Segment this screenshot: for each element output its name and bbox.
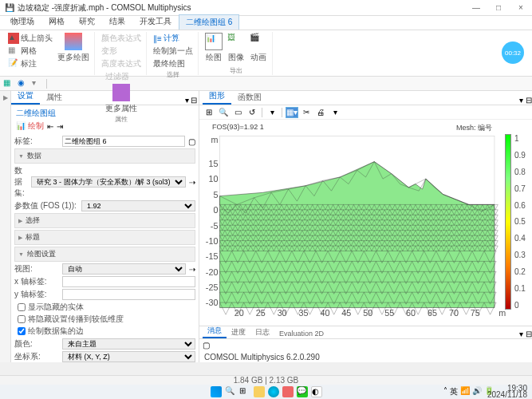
sec-title[interactable]: 标题 [14, 230, 195, 245]
explorer-icon[interactable] [254, 386, 265, 397]
plot-prev-icon[interactable]: ⇤ [47, 122, 53, 131]
tray-wifi-icon[interactable]: 📶 [460, 386, 470, 397]
msg-clear-icon[interactable]: ▢ [203, 341, 210, 350]
view-select[interactable]: 自动 [62, 263, 186, 275]
rb-mesh[interactable]: ▦网格 [6, 45, 54, 57]
save-icon[interactable]: 💾 [5, 3, 14, 12]
tab-results[interactable]: 结果 [102, 14, 132, 30]
tray-lang-icon[interactable]: 英 [450, 386, 458, 397]
panel-menu-icon[interactable]: ▾ [185, 96, 189, 105]
rb-arrow[interactable]: ▲线上箭头 [6, 32, 54, 45]
rb-plot[interactable]: 📊绘图 [203, 32, 224, 64]
rb-firstpt[interactable]: 绘制第一点 [152, 45, 195, 57]
tab-mesh[interactable]: 网格 [41, 14, 72, 30]
settings-tab[interactable]: 设置 [11, 89, 40, 105]
plot-button[interactable]: 📊 绘制 [16, 120, 44, 132]
rb-deform: 变形 [100, 45, 143, 57]
svg-text:-30: -30 [206, 298, 219, 307]
rb-anim[interactable]: 🎬动画 [248, 32, 269, 64]
quick-toolbar: ▦ ◉ ▾ [0, 77, 532, 91]
svg-text:75: 75 [471, 308, 480, 318]
minimize-button[interactable]: — [465, 0, 487, 16]
log-tab[interactable]: 日志 [250, 326, 274, 338]
model-tree-collapsed[interactable]: ▶ [0, 91, 11, 362]
svg-text:70: 70 [449, 308, 459, 318]
taskview-icon[interactable]: ⊞ [239, 386, 250, 397]
rb-annot[interactable]: 📝标注 [6, 57, 54, 70]
search-icon[interactable]: 🔍 [225, 386, 236, 397]
tab-plotgroup[interactable]: 二维绘图组 6 [179, 14, 239, 30]
view-mode-icon[interactable]: ▦▾ [286, 107, 298, 118]
svg-text:65: 65 [428, 308, 437, 318]
wechat-icon[interactable]: 💬 [297, 386, 308, 397]
goto-icon[interactable]: ⇢ [189, 178, 195, 187]
svg-text:60: 60 [406, 308, 416, 318]
label-edit-icon[interactable]: ▢ [188, 137, 195, 146]
svg-text:45: 45 [341, 308, 351, 318]
clock[interactable]: 19:302024/11/18 [487, 385, 527, 398]
select-icon[interactable]: ▾ [266, 107, 278, 118]
print-icon[interactable]: 🖨 [314, 107, 327, 118]
comsol-icon[interactable]: ◐ [311, 386, 322, 397]
svg-text:40: 40 [320, 308, 329, 318]
rb-image[interactable]: 🖼图像 [226, 32, 246, 64]
qb-mesh-icon[interactable]: ▦ [3, 78, 14, 89]
chk-hidden[interactable] [18, 303, 26, 311]
rb-moreattr[interactable]: 更多属性 [104, 83, 139, 115]
plot-next-icon[interactable]: ⇥ [57, 122, 63, 131]
svg-text:15: 15 [208, 159, 218, 168]
svg-text:5: 5 [213, 190, 218, 200]
settings-panel: 设置 属性 ▾⊟ 二维绘图组 📊 绘制 ⇤ ⇥ 标签:▢ 数据 数据集:研究 3… [11, 91, 199, 362]
tab-dev[interactable]: 开发工具 [132, 14, 179, 30]
rb-finalplot[interactable]: 最终绘图 [152, 57, 195, 70]
zoom-box-icon[interactable]: ▭ [231, 107, 244, 118]
rb-moreplot[interactable]: 更多绘图 [56, 32, 91, 70]
graphics-tab[interactable]: 图形 [203, 89, 231, 105]
timer-badge: 00:32 [502, 41, 524, 64]
label-input[interactable] [62, 136, 185, 147]
clip-icon[interactable]: ✂ [300, 107, 313, 118]
eval2d-tab[interactable]: Evaluation 2D [274, 329, 329, 338]
properties-tab[interactable]: 属性 [40, 90, 69, 105]
tab-physics[interactable]: 物理场 [3, 14, 41, 30]
start-icon[interactable] [211, 386, 222, 397]
ylabel-input[interactable] [62, 289, 195, 300]
more-icon[interactable]: ▾ [329, 107, 341, 118]
rb-filter: 过滤器 [104, 70, 139, 83]
maximize-button[interactable]: □ [487, 0, 510, 16]
zoom-extent-icon[interactable]: ⊞ [203, 107, 215, 118]
app-icon[interactable] [282, 386, 294, 397]
colorbar: 10.90.80.70.60.50.40.30.20.10 [505, 134, 526, 310]
zoom-in-icon[interactable]: 🔍 [217, 107, 230, 118]
tree-icon[interactable]: ▶ [3, 94, 8, 101]
tab-study[interactable]: 研究 [72, 14, 102, 30]
sec-plotset[interactable]: 绘图设置 [14, 247, 195, 262]
progress-tab[interactable]: 进度 [227, 326, 250, 338]
chk-propagate[interactable] [18, 315, 26, 323]
qb-mat-icon[interactable]: ◉ [18, 78, 29, 89]
tray-up-icon[interactable]: ˄ [443, 386, 447, 397]
edge-icon[interactable] [268, 386, 279, 397]
frame-select[interactable]: 材料 (X, Y, Z) [62, 351, 195, 362]
sec-data[interactable]: 数据 [14, 148, 195, 164]
reset-icon[interactable]: ↺ [246, 107, 258, 118]
tray-vol-icon[interactable]: 🔊 [472, 386, 482, 397]
msg-menu-icon[interactable]: ▾ ⊟ [519, 330, 532, 338]
chk-edges[interactable] [18, 327, 26, 335]
sec-select[interactable]: 选择 [14, 213, 195, 228]
svg-text:55: 55 [384, 308, 394, 318]
msg-tab[interactable]: 消息 [203, 325, 227, 338]
rb-compute[interactable]: ∥≡ 计算 [152, 32, 195, 45]
goto-icon2[interactable]: ⇢ [189, 265, 195, 274]
rb-colorexpr: 颜色表达式 [100, 32, 143, 45]
qb-more-icon[interactable]: ▾ [32, 78, 43, 89]
color-select[interactable]: 来自主题 [62, 338, 195, 350]
functionplot-tab[interactable]: 函数图 [231, 90, 268, 105]
xlabel-input[interactable] [62, 276, 195, 287]
dataset-select[interactable]: 研究 3 - 固体力学（安全系数）/解 3 (sol3) [31, 176, 186, 188]
plot-canvas[interactable]: FOS(93)=1.92 1 Mesh: 编号 [199, 120, 532, 326]
gp-menu-icon[interactable]: ▾ ⊟ [519, 96, 532, 105]
close-button[interactable]: × [510, 0, 532, 16]
param-select[interactable]: 1.92 [81, 200, 195, 211]
panel-close-icon[interactable]: ⊟ [191, 96, 197, 105]
